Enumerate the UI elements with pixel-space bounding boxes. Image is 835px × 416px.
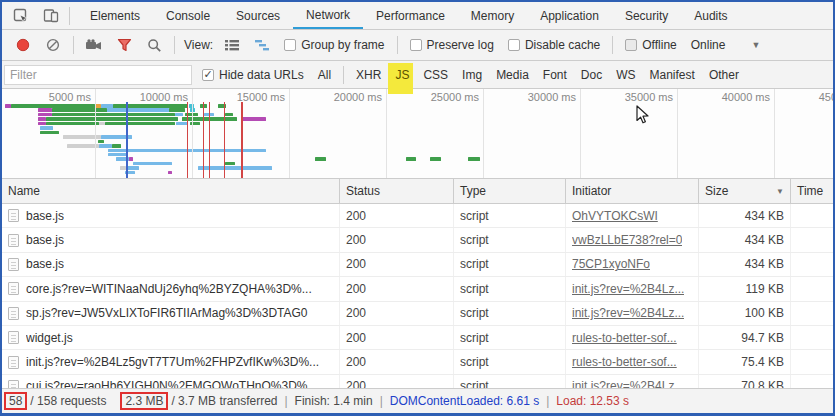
divider: | xyxy=(546,394,549,408)
capture-screenshots-icon[interactable] xyxy=(82,33,106,57)
network-overview[interactable]: 5000 ms10000 ms15000 ms20000 ms25000 ms3… xyxy=(2,89,833,179)
timeline-tick-label: 30000 ms xyxy=(522,91,576,103)
filter-input[interactable] xyxy=(4,65,192,85)
device-toolbar-icon[interactable] xyxy=(38,5,64,27)
filter-type-img[interactable]: Img xyxy=(456,66,488,84)
filter-type-js[interactable]: JS xyxy=(389,66,415,84)
filter-type-media[interactable]: Media xyxy=(490,66,535,84)
checkbox-unchecked[interactable] xyxy=(508,39,520,51)
table-row[interactable]: widget.js200scriptrules-to-better-sof...… xyxy=(2,326,833,350)
filter-type-ws[interactable]: WS xyxy=(610,66,641,84)
initiator-link[interactable]: 75CP1xyoNFo xyxy=(572,257,650,271)
search-icon[interactable] xyxy=(142,33,166,57)
filter-type-css[interactable]: CSS xyxy=(417,66,454,84)
file-icon xyxy=(8,307,19,320)
tab-elements[interactable]: Elements xyxy=(77,2,153,29)
waterfall-bar xyxy=(99,122,105,126)
initiator-link[interactable]: rules-to-better-sof... xyxy=(572,355,677,369)
waterfall-bar xyxy=(168,171,172,175)
cell-name: base.js xyxy=(2,204,340,227)
offline-checkbox[interactable]: Offline xyxy=(625,38,676,52)
column-header-size[interactable]: Size▼ xyxy=(699,179,791,203)
tab-performance[interactable]: Performance xyxy=(363,2,458,29)
cell-size: 119 KB xyxy=(699,277,791,300)
waterfall-bar xyxy=(129,157,133,161)
table-row[interactable]: base.js200script75CP1xyoNFo434 KB xyxy=(2,253,833,277)
column-header-initiator[interactable]: Initiator xyxy=(566,179,699,203)
chevron-down-icon: ▼ xyxy=(751,40,760,50)
cell-time xyxy=(791,350,833,373)
tab-application[interactable]: Application xyxy=(527,2,612,29)
request-name: base.js xyxy=(26,209,64,223)
filter-type-other[interactable]: Other xyxy=(703,66,745,84)
inspect-element-icon[interactable] xyxy=(8,5,34,27)
table-row[interactable]: init.js?rev=%2B4Lz5gvT7T7Um%2FHPZvfIKw%3… xyxy=(2,350,833,374)
group-by-frame-checkbox[interactable]: Group by frame xyxy=(284,38,384,52)
throttling-dropdown[interactable]: Online ▼ xyxy=(691,38,761,52)
cell-status: 200 xyxy=(340,350,454,373)
preserve-log-checkbox[interactable]: Preserve log xyxy=(410,38,494,52)
waterfall-view-icon[interactable] xyxy=(250,33,274,57)
filter-type-doc[interactable]: Doc xyxy=(575,66,608,84)
tab-network[interactable]: Network xyxy=(293,2,363,29)
table-row[interactable]: core.js?rev=WITINaaNdUj26yhq%2BYZQHA%3D%… xyxy=(2,277,833,301)
filter-type-all[interactable]: All xyxy=(312,66,337,84)
initiator-link[interactable]: init.js?rev=%2B4Lz... xyxy=(572,282,684,296)
cell-time xyxy=(791,277,833,300)
checkbox-disabled[interactable] xyxy=(625,39,637,51)
checkbox-checked[interactable]: ✓ xyxy=(202,69,214,81)
waterfall-bar xyxy=(108,153,127,157)
list-view-icon[interactable] xyxy=(220,33,244,57)
record-button[interactable] xyxy=(11,33,35,57)
checkbox-unchecked[interactable] xyxy=(284,39,296,51)
disable-cache-checkbox[interactable]: Disable cache xyxy=(508,38,600,52)
hide-data-urls-checkbox[interactable]: ✓ Hide data URLs xyxy=(202,68,304,82)
clear-button[interactable] xyxy=(41,33,65,57)
cell-initiator: rules-to-better-sof... xyxy=(566,350,699,373)
cell-type: script xyxy=(454,204,566,227)
waterfall-bar xyxy=(38,108,53,112)
checkbox-unchecked[interactable] xyxy=(410,39,422,51)
initiator-link[interactable]: vwBzLLbE738?rel=0 xyxy=(572,233,682,247)
table-row[interactable]: base.js200scriptOhVYTOKCsWI434 KB xyxy=(2,204,833,228)
waterfall-bar xyxy=(46,122,99,126)
initiator-link[interactable]: init.js?rev=%2B4Lz... xyxy=(572,306,684,320)
waterfall-bar xyxy=(242,117,265,121)
table-row[interactable]: base.js200scriptvwBzLLbE738?rel=0434 KB xyxy=(2,228,833,252)
divider xyxy=(397,36,398,54)
waterfall-bar xyxy=(101,104,114,108)
request-name: sp.js?rev=JW5VxLIXToFIR6TIIArMag%3D%3DTA… xyxy=(26,306,308,320)
tab-sources[interactable]: Sources xyxy=(223,2,293,29)
column-header-status[interactable]: Status xyxy=(340,179,454,203)
waterfall-bar xyxy=(468,157,480,161)
timeline-gridline xyxy=(386,89,387,178)
waterfall-bar xyxy=(99,144,113,148)
column-header-type[interactable]: Type xyxy=(454,179,566,203)
cell-type: script xyxy=(454,350,566,373)
load-event-line xyxy=(241,102,243,178)
waterfall-bar xyxy=(105,122,175,126)
cell-size: 434 KB xyxy=(699,228,791,251)
filter-funnel-icon[interactable] xyxy=(112,33,136,57)
table-row[interactable]: sp.js?rev=JW5VxLIXToFIR6TIIArMag%3D%3DTA… xyxy=(2,302,833,326)
cell-size: 94.7 KB xyxy=(699,326,791,349)
initiator-link[interactable]: OhVYTOKCsWI xyxy=(572,209,658,223)
waterfall-bar xyxy=(107,108,169,112)
tab-console[interactable]: Console xyxy=(153,2,223,29)
finish-time: Finish: 1.4 min xyxy=(295,394,373,408)
filter-type-font[interactable]: Font xyxy=(537,66,573,84)
divider xyxy=(73,36,74,54)
tab-security[interactable]: Security xyxy=(612,2,681,29)
initiator-link[interactable]: rules-to-better-sof... xyxy=(572,331,677,345)
column-header-name[interactable]: Name xyxy=(2,179,340,203)
column-header-time[interactable]: Time xyxy=(791,179,833,203)
cell-status: 200 xyxy=(340,204,454,227)
filter-type-xhr[interactable]: XHR xyxy=(350,66,387,84)
tab-audits[interactable]: Audits xyxy=(681,2,740,29)
cell-name: base.js xyxy=(2,228,340,251)
filter-type-manifest[interactable]: Manifest xyxy=(644,66,701,84)
waterfall-bar xyxy=(52,108,106,112)
tab-memory[interactable]: Memory xyxy=(458,2,527,29)
tab-bar: ElementsConsoleSourcesNetworkPerformance… xyxy=(2,2,833,30)
cell-status: 200 xyxy=(340,302,454,325)
